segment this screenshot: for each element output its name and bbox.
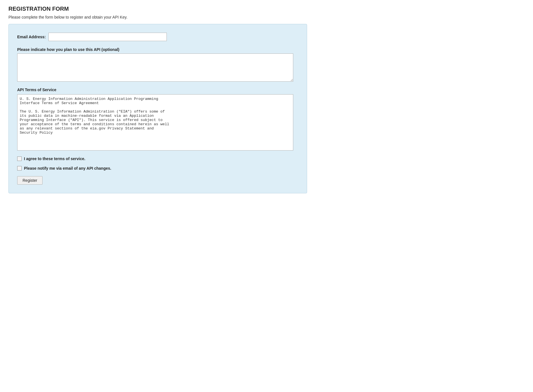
email-input[interactable] <box>48 33 167 41</box>
agree-label: I agree to these terms of service. <box>24 156 85 161</box>
agree-checkbox[interactable] <box>17 156 22 161</box>
page-subtitle: Please complete the form below to regist… <box>8 15 525 19</box>
notify-label: Please notify me via email of any API ch… <box>24 166 111 171</box>
email-label: Email Address: <box>17 35 46 39</box>
tos-section: API Terms of Service <box>17 88 298 151</box>
usage-textarea[interactable] <box>17 53 293 82</box>
registration-form-container: Email Address: Please indicate how you p… <box>8 24 307 193</box>
notify-row: Please notify me via email of any API ch… <box>17 166 298 171</box>
email-row: Email Address: <box>17 33 298 41</box>
tos-textarea[interactable] <box>17 94 293 151</box>
tos-label: API Terms of Service <box>17 88 298 92</box>
usage-row: Please indicate how you plan to use this… <box>17 47 298 82</box>
page-title: REGISTRATION FORM <box>8 6 525 12</box>
register-button[interactable]: Register <box>17 176 43 185</box>
usage-label: Please indicate how you plan to use this… <box>17 47 298 52</box>
notify-checkbox[interactable] <box>17 166 22 171</box>
agree-row: I agree to these terms of service. <box>17 156 298 161</box>
